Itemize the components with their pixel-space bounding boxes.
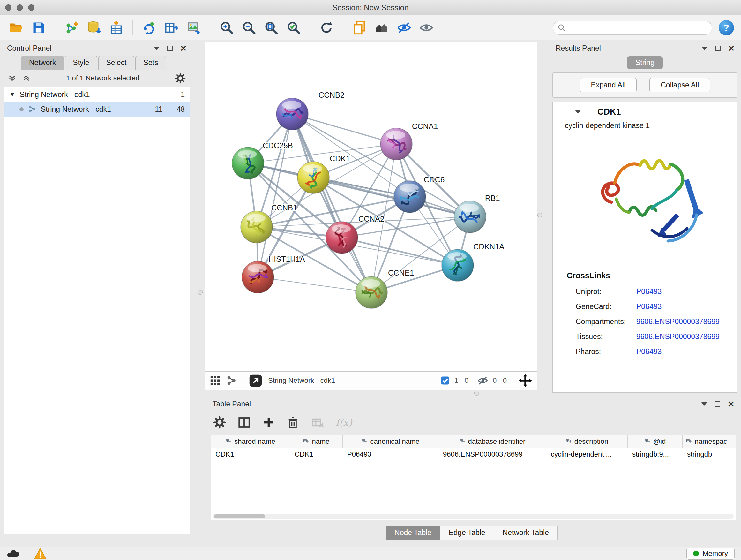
grid-view-icon[interactable] bbox=[210, 375, 220, 386]
node-CDK1[interactable] bbox=[297, 162, 329, 193]
panel-menu-icon[interactable] bbox=[154, 47, 159, 50]
node-HIST1H1A[interactable] bbox=[242, 261, 274, 293]
search-bar[interactable] bbox=[553, 21, 712, 35]
column-header--id[interactable]: @id bbox=[628, 435, 683, 448]
tab-network[interactable]: Network bbox=[21, 56, 64, 70]
close-panel-icon[interactable]: × bbox=[728, 399, 734, 409]
column-header-canonical-name[interactable]: canonical name bbox=[343, 435, 439, 448]
column-header-label: @id bbox=[653, 437, 666, 446]
crosslink-value[interactable]: P06493 bbox=[636, 348, 662, 356]
node-CCNB1[interactable] bbox=[241, 211, 273, 243]
zoom-out-button[interactable] bbox=[240, 18, 258, 37]
float-panel-icon[interactable] bbox=[715, 46, 721, 51]
tab-style[interactable]: Style bbox=[65, 56, 97, 70]
zoom-selected-button[interactable] bbox=[284, 18, 303, 37]
expand-all-button[interactable]: Expand All bbox=[580, 78, 637, 92]
network-collection-row[interactable]: ▼ String Network - cdk1 1 bbox=[4, 87, 190, 102]
node-RB1[interactable] bbox=[454, 201, 486, 233]
node-CCNA1[interactable] bbox=[381, 128, 412, 160]
float-panel-icon[interactable] bbox=[167, 46, 173, 51]
hide-graphics-button[interactable] bbox=[395, 18, 413, 37]
import-network-from-database-button[interactable] bbox=[84, 18, 103, 37]
tab-sets[interactable]: Sets bbox=[135, 56, 166, 70]
left-splitter-handle[interactable] bbox=[198, 290, 203, 295]
section-expander-icon[interactable] bbox=[575, 110, 581, 114]
network-view-canvas[interactable]: CCNB2CCNA1CDC25BCDK1CDC6RB1CCNB1CCNA2CDK… bbox=[205, 42, 537, 371]
float-panel-icon[interactable] bbox=[715, 401, 720, 407]
column-header-shared-name[interactable]: shared name bbox=[211, 435, 290, 448]
save-session-button[interactable] bbox=[29, 18, 48, 37]
node-CDC25B[interactable] bbox=[232, 147, 264, 179]
tab-select[interactable]: Select bbox=[98, 56, 135, 70]
horizontal-scrollbar[interactable] bbox=[213, 514, 734, 519]
close-window-button[interactable] bbox=[5, 4, 11, 11]
tab-network-table[interactable]: Network Table bbox=[494, 525, 557, 540]
collapse-all-icon[interactable] bbox=[8, 74, 17, 83]
export-image-button[interactable] bbox=[185, 18, 203, 37]
zoom-in-button[interactable] bbox=[217, 18, 236, 37]
copy-document-button[interactable] bbox=[350, 18, 368, 37]
node-CCNB2[interactable] bbox=[276, 98, 308, 130]
node-CCNE1[interactable] bbox=[355, 276, 387, 308]
crosslink-value[interactable]: 9606.ENSP00000378699 bbox=[636, 332, 720, 341]
expand-all-icon[interactable] bbox=[22, 74, 30, 83]
open-session-button[interactable] bbox=[7, 18, 25, 37]
zoom-window-button[interactable] bbox=[28, 4, 35, 11]
network-overview-icon[interactable] bbox=[226, 375, 237, 386]
hidden-eye-slash-icon[interactable] bbox=[477, 375, 488, 386]
protein-name: CDK1 bbox=[597, 107, 621, 117]
gear-icon[interactable] bbox=[213, 416, 226, 429]
tab-node-table[interactable]: Node Table bbox=[386, 525, 440, 540]
bottom-splitter-handle[interactable] bbox=[474, 391, 479, 395]
show-columns-icon[interactable] bbox=[238, 416, 251, 429]
help-button[interactable]: ? bbox=[719, 20, 734, 36]
home-button[interactable] bbox=[373, 18, 391, 37]
add-icon[interactable] bbox=[262, 416, 275, 429]
gear-icon[interactable] bbox=[175, 73, 186, 84]
pan-crosshair-icon[interactable] bbox=[518, 374, 532, 388]
tab-edge-table[interactable]: Edge Table bbox=[440, 525, 494, 540]
close-panel-icon[interactable]: × bbox=[728, 43, 734, 53]
panel-menu-icon[interactable] bbox=[701, 402, 707, 406]
close-panel-icon[interactable]: × bbox=[180, 43, 186, 53]
node-CDC6[interactable] bbox=[394, 181, 426, 212]
node-CDKN1A[interactable] bbox=[442, 249, 474, 281]
network-row[interactable]: String Network - cdk1 11 48 bbox=[4, 102, 190, 117]
preview-button[interactable] bbox=[417, 18, 435, 37]
delete-icon[interactable] bbox=[286, 416, 299, 429]
edge-count: 48 bbox=[177, 105, 185, 114]
warning-icon[interactable] bbox=[34, 548, 47, 559]
export-table-button[interactable] bbox=[162, 18, 181, 37]
memory-button[interactable]: Memory bbox=[686, 548, 735, 560]
right-splitter-handle[interactable] bbox=[537, 212, 542, 217]
scrollbar-thumb[interactable] bbox=[214, 514, 265, 518]
import-table-from-file-button[interactable] bbox=[107, 18, 125, 37]
selected-checkbox-icon[interactable] bbox=[441, 376, 450, 385]
table-row[interactable]: CDK1CDK1P064939606.ENSP00000378699cyclin… bbox=[211, 448, 736, 461]
cloud-icon[interactable] bbox=[6, 548, 21, 559]
column-header-description[interactable]: description bbox=[546, 435, 628, 448]
search-input[interactable] bbox=[569, 23, 708, 32]
panel-menu-icon[interactable] bbox=[702, 47, 708, 50]
crosslink-value[interactable]: P06493 bbox=[636, 302, 662, 311]
minimize-window-button[interactable] bbox=[17, 4, 23, 11]
crosslink-value[interactable]: 9606.ENSP00000378699 bbox=[636, 317, 720, 326]
network-from-selection-button[interactable] bbox=[140, 18, 158, 37]
column-header-namespac[interactable]: namespac bbox=[683, 435, 731, 448]
node-CCNA2[interactable] bbox=[326, 222, 358, 253]
hidden-count: 0 - 0 bbox=[493, 376, 507, 385]
open-in-new-window-icon[interactable] bbox=[249, 374, 262, 387]
control-panel-tabs: NetworkStyleSelectSets bbox=[21, 56, 191, 70]
column-header-name[interactable]: name bbox=[290, 435, 343, 448]
crosslink-value[interactable]: P06493 bbox=[636, 287, 662, 296]
crosslink-label: Compartments: bbox=[576, 317, 636, 326]
column-header-database-identifier[interactable]: database identifier bbox=[439, 435, 546, 448]
refresh-view-button[interactable] bbox=[317, 18, 336, 37]
collapse-all-button[interactable]: Collapse All bbox=[650, 78, 710, 92]
import-network-from-file-button[interactable] bbox=[62, 18, 81, 37]
tab-string[interactable]: String bbox=[627, 56, 663, 69]
zoom-fit-button[interactable] bbox=[262, 18, 280, 37]
control-panel-title: Control Panel bbox=[7, 44, 51, 53]
tree-expander-icon[interactable]: ▼ bbox=[9, 91, 15, 98]
open-folder-icon bbox=[9, 20, 23, 35]
